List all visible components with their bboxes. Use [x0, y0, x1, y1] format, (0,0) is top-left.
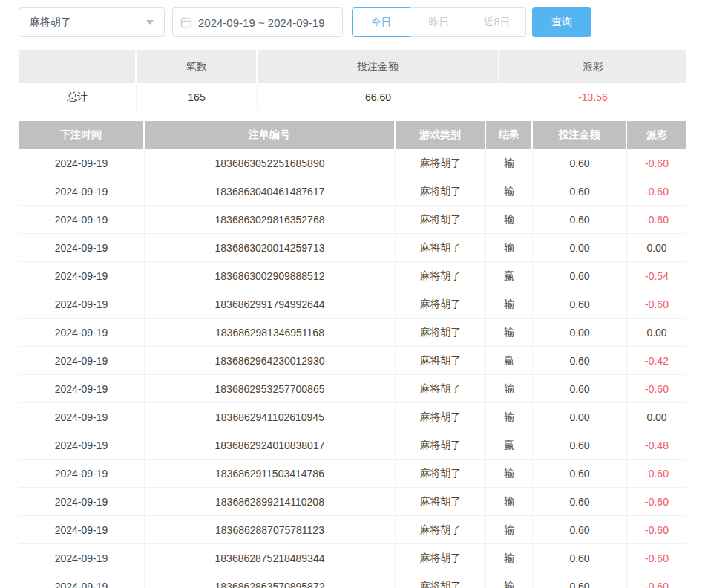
cell-order-id: 1836863040461487617: [145, 177, 396, 206]
cell-order-id: 1836863002909888512: [145, 262, 396, 290]
cell-game-type: 麻将胡了: [396, 262, 486, 290]
table-row: 2024-09-19 1836862964230012930 麻将胡了 赢 0.…: [19, 347, 686, 375]
cell-bet-amount: 0.60: [533, 206, 627, 234]
today-button[interactable]: 今日: [352, 7, 410, 37]
game-select[interactable]: 麻将胡了: [19, 7, 165, 37]
cell-game-type: 麻将胡了: [396, 149, 486, 177]
date-range-value: 2024-09-19 ~ 2024-09-19: [198, 16, 325, 29]
cell-bet-time: 2024-09-19: [19, 318, 145, 347]
table-row: 2024-09-19 1836863020014259713 麻将胡了 输 0.…: [19, 234, 686, 262]
cell-payout: 0.00: [627, 403, 686, 431]
cell-game-type: 麻将胡了: [396, 460, 486, 488]
cell-bet-time: 2024-09-19: [19, 375, 145, 403]
cell-payout: -0.60: [627, 572, 686, 588]
cell-bet-time: 2024-09-19: [19, 149, 145, 177]
last-8-days-button[interactable]: 近8日: [468, 7, 526, 37]
cell-result: 输: [486, 516, 533, 544]
summary-total-row: 总计 165 66.60 -13.56: [19, 83, 686, 111]
cell-order-id: 1836862887075781123: [145, 516, 396, 544]
table-row: 2024-09-19 1836862981346951168 麻将胡了 输 0.…: [19, 318, 686, 347]
cell-order-id: 1836862924010838017: [145, 431, 396, 460]
table-row: 2024-09-19 1836863040461487617 麻将胡了 输 0.…: [19, 177, 686, 206]
cell-game-type: 麻将胡了: [396, 290, 486, 318]
cell-game-type: 麻将胡了: [396, 206, 486, 234]
cell-order-id: 1836862953257700865: [145, 375, 396, 403]
cell-payout: 0.00: [627, 234, 686, 262]
cell-result: 输: [486, 206, 533, 234]
cell-game-type: 麻将胡了: [396, 347, 486, 375]
summary-header-bet-amount: 投注金额: [258, 50, 499, 83]
cell-bet-time: 2024-09-19: [19, 177, 145, 206]
cell-bet-time: 2024-09-19: [19, 431, 145, 460]
table-row: 2024-09-19 1836863002909888512 麻将胡了 赢 0.…: [19, 262, 686, 290]
cell-bet-amount: 0.60: [533, 460, 627, 488]
cell-result: 输: [486, 544, 533, 572]
table-row: 2024-09-19 1836862941102610945 麻将胡了 输 0.…: [19, 403, 686, 431]
cell-bet-amount: 0.60: [533, 516, 627, 544]
header-bet-time: 下注时间: [19, 121, 145, 149]
cell-game-type: 麻将胡了: [396, 234, 486, 262]
cell-game-type: 麻将胡了: [396, 177, 486, 206]
table-row: 2024-09-19 1836862924010838017 麻将胡了 赢 0.…: [19, 431, 686, 460]
cell-payout: -0.60: [627, 177, 686, 206]
cell-result: 输: [486, 460, 533, 488]
yesterday-button[interactable]: 昨日: [410, 7, 468, 37]
cell-bet-time: 2024-09-19: [19, 488, 145, 516]
cell-bet-amount: 0.60: [533, 375, 627, 403]
cell-order-id: 1836862863570895872: [145, 572, 396, 588]
cell-result: 赢: [486, 431, 533, 460]
cell-payout: -0.60: [627, 149, 686, 177]
table-row: 2024-09-19 1836862887075781123 麻将胡了 输 0.…: [19, 516, 686, 544]
cell-payout: -0.48: [627, 431, 686, 460]
cell-order-id: 1836862875218489344: [145, 544, 396, 572]
cell-bet-time: 2024-09-19: [19, 290, 145, 318]
chevron-down-icon: [146, 20, 154, 24]
cell-result: 输: [486, 572, 533, 588]
cell-result: 输: [486, 149, 533, 177]
cell-bet-amount: 0.60: [533, 431, 627, 460]
cell-bet-time: 2024-09-19: [19, 544, 145, 572]
cell-game-type: 麻将胡了: [396, 375, 486, 403]
cell-result: 输: [486, 177, 533, 206]
summary-total-label: 总计: [19, 83, 137, 111]
cell-result: 输: [486, 488, 533, 516]
cell-payout: -0.60: [627, 290, 686, 318]
summary-header-blank: [19, 50, 137, 83]
cell-bet-amount: 0.60: [533, 488, 627, 516]
cell-order-id: 1836863020014259713: [145, 234, 396, 262]
table-row: 2024-09-19 1836862863570895872 麻将胡了 输 0.…: [19, 572, 686, 588]
cell-game-type: 麻将胡了: [396, 318, 486, 347]
quick-range-button-group: 今日 昨日 近8日: [352, 7, 526, 37]
cell-payout: -0.60: [627, 206, 686, 234]
calendar-icon: [180, 16, 192, 28]
summary-header-row: 笔数 投注金额 派彩: [19, 50, 686, 83]
cell-payout: -0.60: [627, 516, 686, 544]
cell-payout: -0.54: [627, 262, 686, 290]
table-row: 2024-09-19 1836862899214110208 麻将胡了 输 0.…: [19, 488, 686, 516]
cell-game-type: 麻将胡了: [396, 572, 486, 588]
cell-bet-time: 2024-09-19: [19, 572, 145, 588]
records-header-row: 下注时间 注单编号 游戏类别 结果 投注金额 派彩: [19, 121, 686, 149]
table-row: 2024-09-19 1836863029816352768 麻将胡了 输 0.…: [19, 206, 686, 234]
query-button[interactable]: 查询: [532, 7, 591, 37]
cell-payout: -0.60: [627, 460, 686, 488]
cell-result: 输: [486, 318, 533, 347]
cell-bet-amount: 0.00: [533, 403, 627, 431]
cell-bet-amount: 0.60: [533, 572, 627, 588]
summary-payout-value: -13.56: [499, 83, 686, 111]
table-row: 2024-09-19 1836862991794992644 麻将胡了 输 0.…: [19, 290, 686, 318]
cell-bet-amount: 0.60: [533, 544, 627, 572]
cell-bet-time: 2024-09-19: [19, 460, 145, 488]
cell-bet-amount: 0.60: [533, 262, 627, 290]
table-row: 2024-09-19 1836862911503414786 麻将胡了 输 0.…: [19, 460, 686, 488]
cell-order-id: 1836862991794992644: [145, 290, 396, 318]
table-row: 2024-09-19 1836862875218489344 麻将胡了 输 0.…: [19, 544, 686, 572]
cell-result: 输: [486, 234, 533, 262]
cell-bet-amount: 0.60: [533, 177, 627, 206]
table-row: 2024-09-19 1836863052251685890 麻将胡了 输 0.…: [19, 149, 686, 177]
game-select-value: 麻将胡了: [30, 16, 71, 29]
cell-payout: -0.60: [627, 488, 686, 516]
date-range-input[interactable]: 2024-09-19 ~ 2024-09-19: [172, 7, 343, 37]
cell-payout: 0.00: [627, 318, 686, 347]
summary-table: 笔数 投注金额 派彩 总计 165 66.60 -13.56: [19, 50, 686, 111]
